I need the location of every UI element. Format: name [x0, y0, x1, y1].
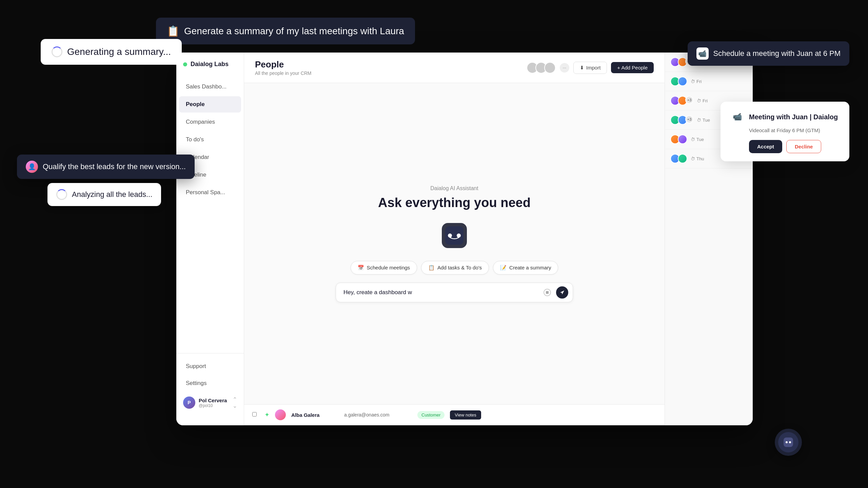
brand-dot — [183, 62, 187, 66]
page-title-area: People All the people in your CRM — [255, 59, 312, 76]
generate-summary-prompt: 📋 Generate a summary of my last meetings… — [156, 18, 415, 44]
user-handle: @pol10 — [199, 403, 229, 408]
ai-chat-input[interactable] — [336, 283, 573, 302]
ai-input-area — [336, 283, 573, 302]
topbar: People All the people in your CRM ··· ⬇ … — [244, 53, 665, 83]
view-notes-button[interactable]: View notes — [450, 410, 481, 420]
send-button[interactable] — [556, 286, 568, 299]
add-people-button[interactable]: + Add People — [611, 62, 654, 73]
import-button[interactable]: ⬇ Import — [573, 62, 607, 74]
brand: Daialog Labs — [176, 61, 244, 78]
main-content: People All the people in your CRM ··· ⬇ … — [244, 53, 665, 425]
qualify-text: Qualify the best leads for the new versi… — [43, 162, 186, 171]
plus-count: +3 — [685, 115, 693, 123]
meeting-time: ⏱Tue — [697, 118, 710, 123]
chip-schedule-meetings[interactable]: 📅 Schedule meetings — [351, 261, 417, 274]
generating-summary-pill: Generating a summary... — [41, 39, 182, 65]
page-subtitle: All the people in your CRM — [255, 70, 312, 76]
ai-icon — [439, 220, 470, 251]
meeting-avatar — [678, 154, 687, 163]
svg-rect-6 — [784, 438, 793, 447]
sidebar-item-personal-space[interactable]: Personal Spa... — [179, 184, 241, 201]
sidebar-item-sales[interactable]: Sales Dashbo... — [179, 79, 241, 95]
svg-point-7 — [786, 441, 788, 443]
svg-point-8 — [789, 441, 791, 443]
decline-button[interactable]: Decline — [786, 140, 821, 153]
user-info: Pol Cervera @pol10 — [199, 398, 229, 408]
meeting-time: ⏱Fri — [697, 98, 708, 103]
topbar-actions: ··· ⬇ Import + Add People — [527, 62, 654, 74]
plus-count: +3 — [685, 96, 693, 104]
accept-button[interactable]: Accept — [749, 140, 782, 153]
person-email: a.galera@onaes.com — [344, 412, 412, 418]
chip-schedule-label: Schedule meetings — [367, 265, 410, 270]
chip-summary-label: Create a summary — [509, 265, 551, 270]
video-icon: 📹 — [696, 47, 709, 60]
sidebar: Daialog Labs Sales Dashbo... People Comp… — [176, 53, 244, 425]
calendar-icon: 📅 — [358, 265, 364, 271]
avatar-3 — [544, 62, 556, 74]
person-avatar-icon: 👤 — [26, 161, 38, 173]
more-avatars-indicator: ··· — [560, 63, 569, 73]
page-title: People — [255, 59, 312, 70]
user-name: Pol Cervera — [199, 398, 229, 403]
tasks-icon: 📋 — [428, 265, 435, 271]
svg-rect-5 — [546, 291, 549, 294]
chip-create-summary[interactable]: 📝 Create a summary — [493, 261, 558, 274]
ai-icon-box — [439, 220, 470, 251]
sidebar-user: P Pol Cervera @pol10 ⌃⌄ — [176, 392, 244, 413]
ai-float-button[interactable] — [775, 429, 802, 456]
ai-label: Daialog AI Assistant — [430, 185, 478, 191]
meeting-notification-card: 📹 Meeting with Juan | Daialog Videocall … — [721, 102, 849, 161]
qualify-leads-pill: 👤 Qualify the best leads for the new ver… — [17, 155, 195, 179]
person-avatar — [275, 409, 286, 420]
meeting-subtitle: Videocall at Friday 6 PM (GTM) — [749, 127, 840, 133]
row-checkbox[interactable] — [252, 412, 257, 416]
ai-area: Daialog AI Assistant Ask everything you … — [244, 83, 665, 404]
ai-input-icons — [541, 286, 568, 299]
chip-tasks-label: Add tasks & To do's — [437, 265, 482, 270]
analyzing-spinner — [56, 189, 67, 200]
chip-add-tasks[interactable]: 📋 Add tasks & To do's — [421, 261, 489, 274]
sidebar-item-todos[interactable]: To do's — [179, 131, 241, 148]
import-icon: ⬇ — [580, 65, 584, 71]
ai-title: Ask everything you need — [378, 196, 531, 210]
expand-icon[interactable]: ⌃⌄ — [233, 396, 237, 409]
stop-button[interactable] — [541, 286, 553, 299]
notebook-icon: 📋 — [167, 25, 179, 37]
meeting-time: ⏱Thu — [691, 156, 704, 161]
generating-text: Generating a summary... — [67, 46, 171, 57]
meeting-avatar — [678, 135, 687, 144]
person-name: Alba Galera — [291, 412, 339, 418]
sidebar-bottom: Support Settings P Pol Cervera @pol10 ⌃⌄ — [176, 353, 244, 417]
sidebar-item-people[interactable]: People — [179, 96, 241, 113]
table-area: ✦ Alba Galera a.galera@onaes.com Custome… — [244, 404, 665, 425]
meeting-time: ⏱Tue — [691, 137, 704, 142]
svg-point-2 — [448, 233, 452, 238]
table-row: ✦ Alba Galera a.galera@onaes.com Custome… — [244, 405, 665, 425]
sidebar-nav: Sales Dashbo... People Companies To do's… — [176, 78, 244, 353]
analyzing-text: Analyzing all the leads... — [72, 190, 152, 199]
customer-badge: Customer — [417, 411, 445, 419]
meeting-entry-2: ⏱Fri — [665, 72, 753, 91]
svg-point-3 — [457, 233, 461, 238]
sidebar-item-companies[interactable]: Companies — [179, 114, 241, 130]
summary-icon: 📝 — [500, 265, 507, 271]
loading-spinner — [52, 46, 62, 57]
schedule-text: Schedule a meeting with Juan at 6 PM — [713, 49, 841, 58]
meeting-avatar — [678, 77, 687, 86]
star-icon[interactable]: ✦ — [264, 411, 270, 419]
avatar-group — [527, 62, 556, 74]
quick-actions: 📅 Schedule meetings 📋 Add tasks & To do'… — [351, 261, 558, 274]
sidebar-item-settings[interactable]: Settings — [179, 375, 241, 391]
sidebar-item-support[interactable]: Support — [179, 358, 241, 374]
meeting-time: ⏱Fri — [691, 79, 702, 84]
google-meet-icon: 📹 — [730, 110, 744, 124]
brand-name: Daialog Labs — [191, 61, 229, 68]
crm-window: Daialog Labs Sales Dashbo... People Comp… — [176, 53, 753, 425]
meeting-title: Meeting with Juan | Daialog — [749, 113, 838, 121]
analyzing-leads-pill: Analyzing all the leads... — [47, 183, 161, 206]
generate-prompt-text: Generate a summary of my last meetings w… — [184, 26, 404, 37]
user-avatar: P — [183, 396, 195, 409]
schedule-meeting-pill: 📹 Schedule a meeting with Juan at 6 PM — [688, 41, 849, 66]
